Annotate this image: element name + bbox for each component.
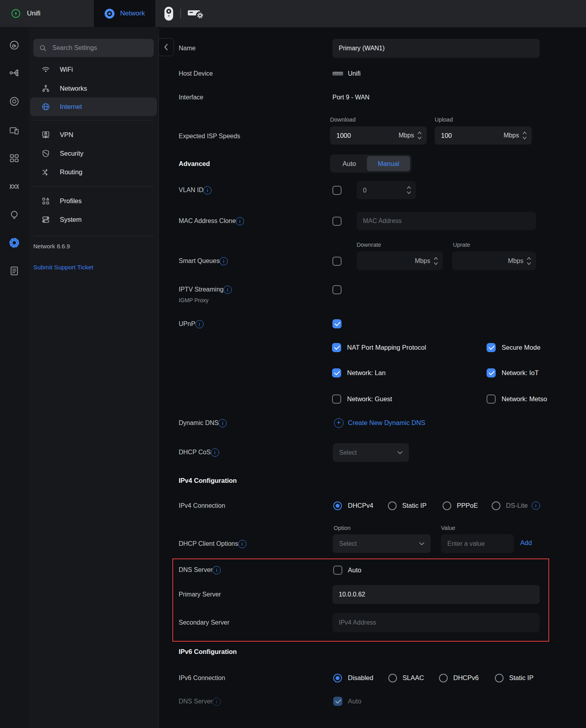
upnp-network-lan-label: Network: Lan [347, 369, 386, 377]
sidebar-item-radios[interactable] [0, 175, 29, 198]
dhcp-cos-select[interactable]: Select [333, 443, 409, 462]
upnp-checkbox[interactable] [332, 319, 342, 328]
stepper-chevrons-icon [407, 185, 411, 195]
downrate-stepper[interactable] [433, 256, 438, 266]
unifi-brand[interactable]: Unifi [11, 0, 40, 27]
upload-speed-field[interactable]: 100 Mbps [435, 126, 532, 145]
ipv6-static-radio[interactable] [495, 674, 504, 682]
back-button[interactable] [158, 38, 174, 56]
support-ticket-link[interactable]: Submit Support Ticket [33, 264, 94, 271]
dns-server-info-icon[interactable] [212, 566, 221, 574]
stepper-chevrons-icon [522, 130, 527, 141]
iptv-checkbox[interactable] [332, 285, 342, 294]
upnp-network-guest-checkbox[interactable] [332, 394, 341, 404]
sidebar-item-dashboard[interactable] [0, 34, 29, 56]
upnp-network-iot-checkbox[interactable] [487, 368, 496, 377]
dns-auto-checkbox[interactable] [333, 566, 342, 575]
upload-speed-value: 100 [441, 132, 500, 139]
name-input[interactable] [339, 45, 535, 52]
sidebar-item-media[interactable] [0, 147, 29, 169]
uprate-field[interactable]: Mbps [452, 252, 536, 270]
mac-clone-field[interactable] [357, 212, 536, 230]
ipv6-disabled-radio[interactable] [333, 674, 342, 682]
ipv6-dhcpv6-radio[interactable] [439, 674, 448, 682]
dynamic-dns-label: Dynamic DNS [179, 419, 218, 427]
advanced-auto-option[interactable]: Auto [332, 156, 367, 171]
vlan-info-icon[interactable] [203, 186, 212, 194]
name-field[interactable] [332, 39, 540, 58]
smart-queues-checkbox[interactable] [332, 257, 342, 266]
dhcp-value-input[interactable] [447, 540, 509, 547]
dhcp-option-select[interactable]: Select [333, 534, 431, 553]
globe-icon [41, 102, 50, 111]
sidebar-item-clients[interactable] [0, 119, 29, 141]
primary-server-input[interactable] [339, 591, 535, 598]
nav-item-vpn[interactable]: VPN [30, 126, 157, 144]
uprate-stepper[interactable] [527, 256, 531, 266]
search-input[interactable] [52, 44, 148, 52]
plus-circle-icon[interactable] [334, 418, 344, 428]
downrate-label: Downrate [357, 242, 381, 248]
sidebar-item-system-log[interactable] [0, 260, 29, 282]
ipv4-pppoe-radio[interactable] [443, 501, 451, 510]
primary-server-field[interactable] [332, 585, 540, 604]
nav-item-system[interactable]: System [30, 210, 157, 229]
secondary-server-field[interactable] [332, 613, 540, 632]
dhcp-client-options-info-icon[interactable] [238, 540, 246, 548]
protect-app-button[interactable] [164, 6, 174, 21]
mac-clone-input[interactable] [363, 217, 531, 225]
dhcp-cos-label: DHCP CoS [179, 449, 211, 456]
dhcp-value-field[interactable] [441, 534, 514, 553]
dns-auto-label: Auto [348, 566, 361, 574]
smart-queues-info-icon[interactable] [220, 257, 228, 265]
nav-item-internet[interactable]: Internet [30, 97, 157, 116]
nav-item-security[interactable]: Security [30, 144, 157, 163]
nav-item-wifi[interactable]: WiFi [30, 60, 157, 79]
nav-item-routing[interactable]: Routing [30, 163, 157, 181]
sidebar-item-devices[interactable] [0, 90, 29, 112]
settings-search[interactable] [33, 39, 154, 57]
dslite-info-icon[interactable] [532, 501, 540, 510]
upnp-network-metso-label: Network: Metso [502, 395, 547, 403]
upnp-network-guest-label: Network: Guest [347, 395, 392, 403]
vlan-stepper[interactable] [407, 185, 411, 195]
add-button[interactable]: Add [520, 539, 532, 547]
sidebar-item-settings[interactable] [0, 232, 29, 254]
device-gateway-button[interactable] [188, 8, 204, 20]
download-speed-field[interactable]: 1000 Mbps [330, 126, 427, 145]
dhcp-cos-info-icon[interactable] [211, 448, 219, 457]
value-col-label: Value [441, 525, 455, 531]
iptv-label: IPTV Streaming [179, 286, 223, 293]
wifi-icon [41, 65, 50, 74]
vlan-field[interactable]: 0 [357, 181, 416, 199]
upnp-network-lan-checkbox[interactable] [332, 368, 341, 377]
advanced-manual-option[interactable]: Manual [367, 156, 410, 171]
secondary-server-input[interactable] [339, 619, 535, 626]
nav-item-profiles[interactable]: Profiles [30, 192, 157, 210]
sidebar-item-topology[interactable] [0, 62, 29, 84]
nav-item-networks[interactable]: Networks [30, 79, 157, 98]
mac-clone-checkbox[interactable] [332, 217, 342, 226]
ipv4-dhcpv4-radio[interactable] [333, 501, 342, 510]
upnp-network-metso-checkbox[interactable] [487, 394, 496, 404]
primary-server-row: Primary Server [179, 585, 221, 604]
create-dynamic-dns-link[interactable]: Create New Dynamic DNS [348, 419, 425, 427]
tab-network[interactable]: Network [94, 0, 155, 27]
ipv4-dslite-radio[interactable] [492, 501, 500, 510]
download-stepper[interactable] [417, 130, 422, 141]
vlan-checkbox[interactable] [332, 186, 342, 195]
mac-clone-info-icon[interactable] [236, 217, 244, 225]
ipv6-slaac-radio[interactable] [388, 674, 397, 682]
ipv6-dns-label: DNS Server [179, 698, 212, 705]
upnp-network-iot-label: Network: IoT [502, 369, 539, 377]
downrate-field[interactable]: Mbps [357, 252, 443, 270]
sidebar-item-wifiman[interactable] [0, 204, 29, 226]
iptv-info-icon[interactable] [223, 286, 232, 294]
smart-queues-label: Smart Queues [179, 257, 220, 265]
dynamic-dns-info-icon[interactable] [218, 419, 227, 427]
upnp-secure-mode-checkbox[interactable] [487, 343, 496, 352]
upnp-natpmp-checkbox[interactable] [332, 343, 341, 352]
upload-stepper[interactable] [522, 130, 527, 141]
upnp-info-icon[interactable] [195, 320, 204, 328]
ipv4-static-radio[interactable] [388, 501, 397, 510]
